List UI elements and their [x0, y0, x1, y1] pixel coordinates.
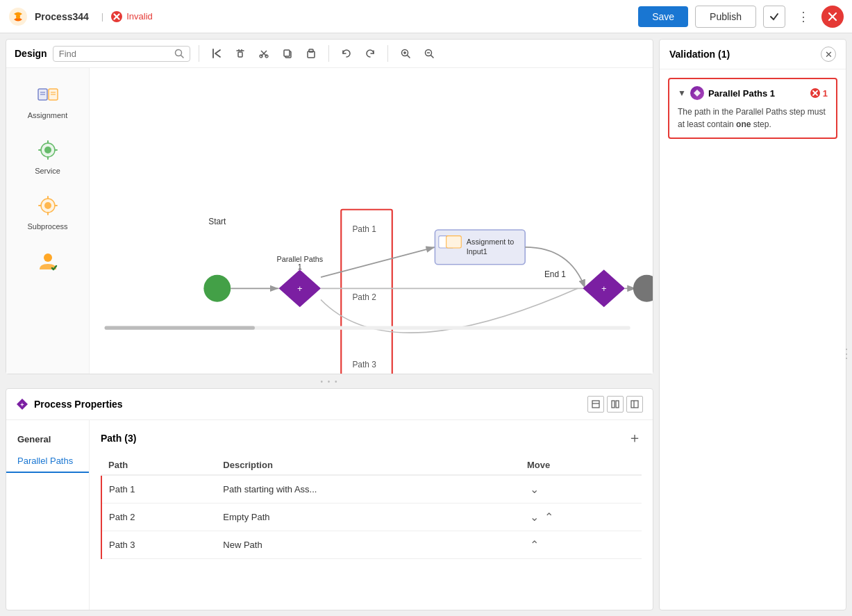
design-title: Design	[15, 48, 47, 59]
undo-button[interactable]	[337, 45, 356, 62]
svg-point-62	[633, 275, 653, 302]
svg-point-49	[203, 275, 231, 302]
error-icon	[810, 88, 821, 99]
design-header: Design	[6, 40, 653, 68]
col-path: Path	[101, 456, 216, 475]
col-description: Description	[216, 456, 520, 475]
delete-button[interactable]	[231, 45, 249, 62]
svg-line-53	[321, 247, 435, 277]
subprocess-label: Subprocess	[27, 222, 67, 231]
move-down-button[interactable]: ⌄	[527, 509, 542, 525]
canvas-area[interactable]: Start Parallel Paths 1 End 1 Path 1 Path…	[90, 68, 653, 374]
first-page-button[interactable]	[208, 45, 226, 62]
paste-button[interactable]	[302, 45, 320, 62]
step-subprocess[interactable]: Subprocess	[10, 186, 86, 236]
topbar: Process344 | Invalid Save Publish ⋮	[0, 0, 852, 33]
path-header-row: Path (3) ＋	[101, 428, 642, 447]
val-title: Validation (1)	[669, 49, 815, 60]
svg-rect-10	[238, 52, 242, 57]
zoom-in-icon	[400, 48, 411, 59]
redo-icon	[365, 48, 376, 59]
assignment-label: Assignment	[28, 111, 67, 119]
val-error-count: 1	[823, 88, 828, 99]
view-icon-2	[611, 400, 619, 408]
copy-button[interactable]	[278, 45, 296, 62]
svg-rect-67	[592, 401, 599, 408]
view-btn-2[interactable]	[607, 396, 624, 413]
svg-point-38	[44, 202, 51, 209]
props-diamond-icon: +	[16, 398, 28, 410]
more-button[interactable]: ⋮	[792, 6, 815, 28]
props-title: Process Properties	[34, 399, 582, 410]
nav-general: General	[6, 428, 89, 450]
search-icon	[174, 49, 184, 58]
add-path-button[interactable]: ＋	[628, 428, 642, 447]
workflow-canvas: Start Parallel Paths 1 End 1 Path 1 Path…	[90, 68, 653, 374]
publish-button[interactable]: Publish	[695, 6, 756, 28]
step-service[interactable]: Service	[10, 131, 86, 181]
validation-close-button[interactable]: ✕	[821, 47, 836, 62]
zoom-in-button[interactable]	[396, 45, 415, 62]
subprocess-icon	[34, 192, 62, 219]
path-move-cell: ⌄⌃	[520, 503, 642, 531]
invalid-icon	[110, 10, 123, 23]
path-desc-cell: New Path	[216, 531, 520, 559]
check-icon	[769, 11, 780, 22]
path-count-title: Path (3)	[101, 433, 136, 444]
svg-point-39	[44, 253, 52, 262]
design-body: Assignment Service	[6, 68, 653, 374]
search-input[interactable]	[59, 49, 170, 59]
svg-text:Path 2: Path 2	[352, 292, 376, 302]
cut-button[interactable]	[255, 45, 273, 62]
move-down-button[interactable]: ⌄	[527, 481, 542, 497]
step-sidebar: Assignment Service	[6, 68, 90, 374]
svg-point-1	[16, 15, 20, 19]
svg-text:Start: Start	[208, 217, 226, 226]
validation-panel: Validation (1) ✕ ▼ Parallel Paths 1	[659, 39, 846, 610]
left-panel: Design	[0, 33, 659, 616]
props-header: + Process Properties	[6, 389, 653, 420]
toolbar-separator	[199, 45, 199, 62]
svg-text:Path 1: Path 1	[352, 224, 376, 234]
step-assignment[interactable]: Assignment	[10, 75, 86, 125]
table-row: Path 3New Path⌃	[101, 531, 642, 559]
collapse-icon[interactable]: ▼	[678, 88, 686, 98]
view-btn-1[interactable]	[587, 396, 604, 413]
svg-rect-69	[612, 401, 615, 408]
path-desc-cell: Empty Path	[216, 503, 520, 531]
val-error-badge: 1	[810, 88, 828, 99]
svg-rect-21	[309, 49, 313, 52]
nav-parallel-paths[interactable]: Parallel Paths	[6, 450, 89, 473]
table-row: Path 1Path starting with Ass...⌄	[101, 475, 642, 503]
move-up-button[interactable]: ⌃	[542, 509, 556, 525]
table-row: Path 2Empty Path⌄⌃	[101, 503, 642, 531]
toolbar-separator-3	[387, 45, 388, 62]
cut-icon	[258, 48, 269, 59]
search-box	[53, 46, 190, 62]
svg-text:+: +	[601, 283, 607, 294]
delete-icon	[235, 48, 246, 59]
first-page-icon	[211, 48, 222, 59]
main-layout: Design	[0, 33, 852, 616]
col-move: Move	[520, 456, 642, 475]
redo-button[interactable]	[361, 45, 379, 62]
check-button[interactable]	[763, 6, 785, 28]
step-user[interactable]	[10, 242, 86, 283]
zoom-out-button[interactable]	[420, 45, 438, 62]
path-move-cell: ⌃	[520, 531, 642, 559]
val-item-header: ▼ Parallel Paths 1 1	[678, 86, 828, 100]
status-text: Invalid	[126, 11, 153, 22]
validation-item: ▼ Parallel Paths 1 1 The pat	[668, 78, 837, 139]
service-icon	[34, 136, 62, 164]
close-button[interactable]	[821, 6, 844, 28]
svg-text:Input1: Input1	[467, 247, 487, 256]
svg-rect-19	[284, 50, 290, 56]
val-item-title: Parallel Paths 1	[708, 88, 805, 99]
val-header: Validation (1) ✕	[660, 40, 846, 69]
svg-rect-71	[631, 401, 638, 408]
move-up-button[interactable]: ⌃	[527, 537, 542, 553]
svg-text:Assignment to: Assignment to	[467, 238, 514, 246]
resize-handle[interactable]: • • •	[0, 377, 659, 385]
view-btn-3[interactable]	[626, 396, 643, 413]
save-button[interactable]: Save	[638, 6, 688, 27]
